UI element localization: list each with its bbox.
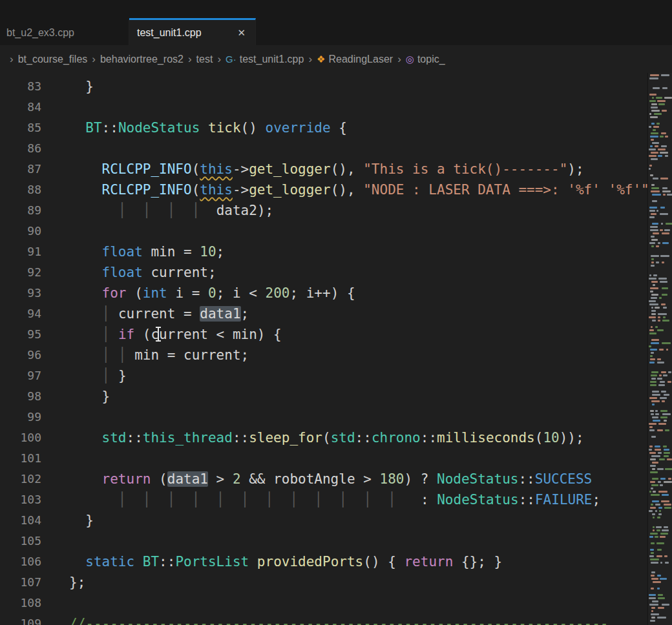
breadcrumb-label: bt_course_files — [18, 54, 88, 65]
code-line[interactable]: 92 float current; — [0, 262, 672, 283]
code-line-text: } — [41, 510, 94, 531]
line-number[interactable]: 95 — [0, 324, 41, 345]
line-number[interactable]: 107 — [0, 572, 41, 593]
code-line[interactable]: 96 │ │ min = current; — [0, 345, 672, 365]
line-number[interactable]: 98 — [0, 386, 41, 407]
code-line-text: float current; — [41, 262, 216, 283]
window-top-strip — [0, 0, 672, 18]
code-line[interactable]: 98 } — [0, 386, 672, 407]
code-line[interactable]: 84 — [0, 97, 672, 118]
line-number[interactable]: 84 — [0, 97, 41, 118]
code-line-text — [41, 593, 69, 613]
code-line[interactable]: 91 float min = 10; — [0, 241, 672, 262]
breadcrumb-separator: › — [10, 53, 14, 66]
code-line[interactable]: 105 — [0, 531, 672, 551]
code-line[interactable]: 109//-----------------------------------… — [0, 613, 672, 625]
line-number[interactable]: 99 — [0, 407, 41, 427]
code-line[interactable]: 83 } — [0, 76, 672, 97]
breadcrumb-item[interactable]: ◎topic_ — [406, 54, 445, 65]
code-line-text — [41, 221, 69, 241]
code-line-text: │ │ min = current; — [41, 345, 249, 365]
breadcrumb-label: test — [196, 54, 213, 65]
breadcrumb-label: topic_ — [417, 54, 445, 65]
tab-label: bt_u2_ex3.cpp — [6, 27, 74, 39]
code-line[interactable]: 87 RCLCPP_INFO(this->get_logger(), "This… — [0, 159, 672, 179]
breadcrumb-item[interactable]: bt_course_files — [18, 54, 88, 65]
line-number[interactable]: 88 — [0, 179, 41, 200]
code-line-text: } — [41, 76, 94, 97]
line-number[interactable]: 86 — [0, 138, 41, 159]
line-number[interactable]: 108 — [0, 593, 41, 613]
line-number[interactable]: 90 — [0, 221, 41, 241]
line-number[interactable]: 109 — [0, 613, 41, 625]
code-line[interactable]: 103 │ │ │ │ │ │ │ │ │ │ │ │ : NodeStatus… — [0, 489, 672, 510]
line-number[interactable]: 105 — [0, 531, 41, 551]
code-line[interactable]: 97 │ } — [0, 365, 672, 386]
code-line[interactable]: 101 — [0, 448, 672, 469]
close-icon[interactable]: ✕ — [235, 26, 247, 39]
breadcrumb-item[interactable]: behaviortree_ros2 — [100, 54, 184, 65]
class-icon: ❖ — [317, 54, 325, 65]
line-number[interactable]: 85 — [0, 118, 41, 138]
line-number[interactable]: 106 — [0, 551, 41, 572]
code-line-text: │ if (current < min) { — [41, 324, 282, 345]
code-line[interactable]: 89 │ │ │ │ data2); — [0, 200, 672, 221]
line-number[interactable]: 103 — [0, 489, 41, 510]
code-line[interactable]: 90 — [0, 221, 672, 241]
code-line[interactable]: 102 return (data1 > 2 && robotAngle > 18… — [0, 469, 672, 489]
code-line-text: RCLCPP_INFO(this->get_logger(), "NODE : … — [41, 179, 672, 200]
code-line[interactable]: 88 RCLCPP_INFO(this->get_logger(), "NODE… — [0, 179, 672, 200]
breadcrumb-item[interactable]: test — [196, 54, 213, 65]
tab-bar: bt_u2_ex3.cpp test_unit1.cpp ✕ — [0, 18, 672, 45]
line-number[interactable]: 104 — [0, 510, 41, 531]
line-number[interactable]: 89 — [0, 200, 41, 221]
line-number[interactable]: 97 — [0, 365, 41, 386]
code-line[interactable]: 100 std::this_thread::sleep_for(std::chr… — [0, 427, 672, 448]
breadcrumb-item[interactable]: G·test_unit1.cpp — [226, 54, 304, 65]
breadcrumb-separator: › — [188, 53, 192, 66]
code-line-text — [41, 97, 69, 118]
breadcrumb-item[interactable]: ❖ReadingLaser — [317, 54, 393, 65]
line-number[interactable]: 87 — [0, 159, 41, 179]
code-line-text — [41, 448, 69, 469]
breadcrumb-label: ReadingLaser — [329, 54, 394, 65]
line-number[interactable]: 100 — [0, 427, 41, 448]
code-line-text: float min = 10; — [41, 241, 224, 262]
line-number[interactable]: 91 — [0, 241, 41, 262]
breadcrumb-label: test_unit1.cpp — [240, 54, 304, 65]
code-line[interactable]: 93 for (int i = 0; i < 200; i++) { — [0, 283, 672, 303]
code-line-text — [41, 138, 69, 159]
code-line-text: │ current = data1; — [41, 303, 249, 324]
code-line-text: │ │ │ │ data2); — [41, 200, 273, 221]
code-line[interactable]: 99 — [0, 407, 672, 427]
code-line[interactable]: 95 │ if (current < min) { — [0, 324, 672, 345]
code-line[interactable]: 85 BT::NodeStatus tick() override { — [0, 118, 672, 138]
line-number[interactable]: 83 — [0, 76, 41, 97]
minimap[interactable] — [647, 73, 672, 625]
tab-test_unit1[interactable]: test_unit1.cpp ✕ — [129, 18, 256, 45]
code-line-text: //--------------------------------------… — [41, 613, 608, 625]
code-area: 83 }8485 BT::NodeStatus tick() override … — [0, 73, 672, 625]
tab-label: test_unit1.cpp — [137, 27, 202, 39]
line-number[interactable]: 96 — [0, 345, 41, 365]
code-editor: 83 }8485 BT::NodeStatus tick() override … — [0, 73, 672, 625]
code-line-text: } — [41, 386, 110, 407]
tab-bt_u2_ex3[interactable]: bt_u2_ex3.cpp — [0, 18, 129, 45]
code-line-text: BT::NodeStatus tick() override { — [41, 118, 347, 138]
code-line-text: return (data1 > 2 && robotAngle > 180) ?… — [41, 469, 592, 489]
code-line[interactable]: 107}; — [0, 572, 672, 593]
cpp-file-icon: G· — [226, 54, 236, 65]
code-line[interactable]: 108 — [0, 593, 672, 613]
breadcrumb-separator: › — [397, 53, 401, 66]
line-number[interactable]: 92 — [0, 262, 41, 283]
code-line[interactable]: 94 │ current = data1; — [0, 303, 672, 324]
code-line[interactable]: 86 — [0, 138, 672, 159]
code-line[interactable]: 104 } — [0, 510, 672, 531]
line-number[interactable]: 101 — [0, 448, 41, 469]
code-line-text: static BT::PortsList providedPorts() { r… — [41, 551, 502, 572]
line-number[interactable]: 93 — [0, 283, 41, 303]
breadcrumb-separator: › — [308, 53, 312, 66]
line-number[interactable]: 102 — [0, 469, 41, 489]
line-number[interactable]: 94 — [0, 303, 41, 324]
code-line[interactable]: 106 static BT::PortsList providedPorts()… — [0, 551, 672, 572]
